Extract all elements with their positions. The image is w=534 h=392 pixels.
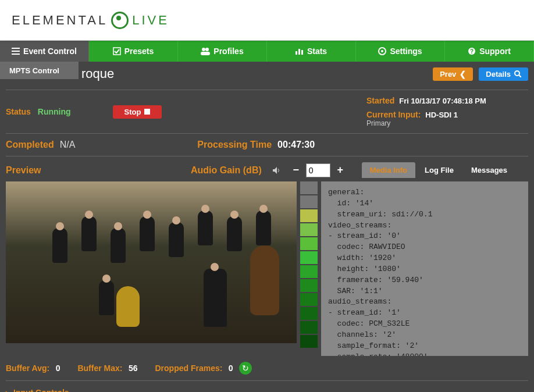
svg-rect-6: [201, 52, 210, 55]
media-info-panel[interactable]: general: id: '14' stream_uri: sdi://0.1 …: [321, 181, 528, 356]
svg-point-14: [515, 71, 519, 76]
current-input-sub: Primary: [366, 119, 528, 127]
meter-cell: [300, 335, 318, 348]
nav-stats[interactable]: Stats: [267, 41, 356, 62]
current-input-label: Current Input:: [366, 110, 421, 119]
nav-label: Support: [479, 47, 511, 56]
prev-button[interactable]: Prev ❮: [433, 67, 473, 81]
meter-cell: [300, 307, 318, 320]
stop-button[interactable]: Stop: [113, 105, 162, 119]
buffer-avg-label: Buffer Avg:: [6, 364, 49, 373]
refresh-button[interactable]: ↻: [239, 362, 252, 375]
menu-icon: [12, 48, 20, 55]
chart-icon: [296, 48, 304, 55]
svg-point-11: [381, 50, 383, 52]
current-input-value: HD-SDI 1: [425, 111, 458, 119]
tab-media-info[interactable]: Media Info: [362, 162, 415, 178]
caret-right-icon: ▸: [6, 388, 10, 392]
input-controls-toggle[interactable]: ▸ Input Controls: [6, 383, 528, 392]
nav-presets[interactable]: Presets: [89, 41, 178, 62]
gain-plus-button[interactable]: +: [335, 164, 346, 176]
audio-gain-label: Audio Gain (dB): [191, 165, 262, 176]
brand-swirl-icon: [111, 12, 129, 29]
meter-cell: [300, 195, 318, 208]
details-button[interactable]: Details: [479, 67, 528, 81]
stop-icon: [144, 109, 150, 115]
buffer-max-label: Buffer Max:: [77, 364, 122, 373]
help-icon: ?: [468, 47, 476, 55]
gear-icon: [378, 47, 386, 55]
meter-cell: [300, 181, 318, 194]
search-icon: [514, 70, 521, 77]
dropped-frames-label: Dropped Frames:: [155, 364, 222, 373]
audio-meters: [300, 181, 318, 356]
svg-marker-17: [273, 167, 277, 174]
main-panel: roque Prev ❮ Details Status Running Stop: [0, 62, 534, 392]
meter-cell: [300, 209, 318, 222]
speaker-icon[interactable]: [272, 166, 280, 174]
preview-header: Preview Audio Gain (dB) − + Media Info L…: [6, 159, 528, 181]
input-controls-label: Input Controls: [13, 388, 69, 392]
brand-name-2: LIVE: [132, 13, 169, 28]
svg-rect-16: [144, 109, 150, 115]
nav-settings[interactable]: Settings: [356, 41, 445, 62]
gain-minus-button[interactable]: −: [291, 164, 301, 176]
app-header: ELEMENTAL LIVE: [0, 0, 534, 41]
svg-point-4: [202, 48, 205, 51]
svg-rect-8: [298, 49, 300, 55]
started-value: Fri 10/13/17 07:48:18 PM: [399, 97, 486, 105]
svg-line-15: [519, 75, 521, 77]
tab-log-file[interactable]: Log File: [416, 162, 462, 178]
title-bar: roque Prev ❮ Details: [6, 62, 528, 87]
tab-messages[interactable]: Messages: [463, 162, 515, 178]
svg-rect-0: [12, 48, 20, 49]
users-icon: [201, 47, 210, 55]
completed-label: Completed: [6, 140, 54, 150]
svg-text:?: ?: [470, 48, 474, 55]
gain-input[interactable]: [306, 163, 330, 177]
preview-content: general: id: '14' stream_uri: sdi://0.1 …: [6, 181, 528, 356]
svg-rect-7: [296, 51, 297, 55]
meter-cell: [300, 251, 318, 264]
started-label: Started: [366, 96, 394, 105]
details-label: Details: [486, 70, 511, 79]
svg-rect-9: [301, 50, 303, 55]
status-label: Status: [6, 107, 31, 116]
buffer-avg-value: 0: [56, 364, 60, 373]
chevron-left-icon: ❮: [460, 70, 466, 79]
completed-value: N/A: [60, 140, 76, 150]
svg-point-5: [205, 48, 209, 51]
buffer-stats: Buffer Avg: 0 Buffer Max: 56 Dropped Fra…: [6, 356, 528, 378]
nav-label: Stats: [307, 47, 327, 56]
status-value: Running: [38, 107, 71, 116]
brand-name-1: ELEMENTAL: [12, 13, 108, 28]
subnav-mpts[interactable]: MPTS Control: [0, 62, 79, 79]
processing-time-value: 00:47:30: [277, 140, 315, 150]
refresh-icon: ↻: [242, 364, 249, 373]
buffer-max-value: 56: [129, 364, 138, 373]
meter-cell: [300, 293, 318, 306]
meter-cell: [300, 223, 318, 236]
nav-profiles[interactable]: Profiles: [178, 41, 267, 62]
prev-label: Prev: [440, 70, 456, 79]
meter-cell: [300, 279, 318, 292]
meter-cell: [300, 265, 318, 278]
nav-label: Settings: [390, 47, 422, 56]
nav-label: Presets: [124, 47, 154, 56]
meter-cell: [300, 237, 318, 250]
event-title: roque: [81, 66, 114, 81]
svg-rect-1: [12, 51, 20, 52]
svg-rect-3: [113, 48, 120, 55]
stop-label: Stop: [124, 108, 141, 116]
nav-label: Profiles: [213, 47, 243, 56]
processing-time-label: Processing Time: [197, 140, 272, 150]
nav-label: Event Control: [23, 47, 77, 56]
svg-rect-2: [12, 54, 20, 55]
status-row: Status Running Stop Started Fri 10/13/17…: [6, 92, 528, 131]
main-nav: Event Control Presets Profiles Stats Set…: [0, 41, 534, 62]
preview-label: Preview: [6, 165, 180, 176]
nav-support[interactable]: ? Support: [445, 41, 534, 62]
dropped-frames-value: 0: [229, 364, 233, 373]
video-preview: [6, 181, 297, 343]
nav-event-control[interactable]: Event Control: [0, 41, 89, 62]
